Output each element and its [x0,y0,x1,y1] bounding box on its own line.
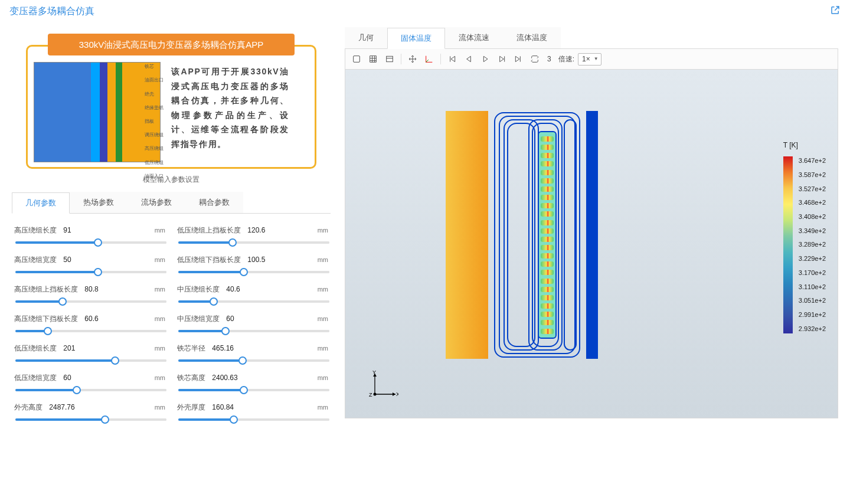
viz-tab[interactable]: 流体流速 [445,27,503,48]
param-slider[interactable] [15,271,166,273]
param: 低压绕组上挡板长度 120.6mm [177,225,328,247]
first-frame-icon[interactable] [446,53,459,66]
viz-tab[interactable]: 几何 [345,27,387,48]
grid-icon[interactable] [367,53,380,66]
param: 高压绕组下挡板长度 60.6mm [14,314,165,335]
param-slider[interactable] [178,241,329,244]
viz-toolbar: 3 倍速: 1× [345,49,838,70]
param: 高压绕组长度 91mm [14,225,165,247]
legend-tick: 3.527e+2 [799,185,826,194]
param: 外壳高度 2487.76mm [14,402,165,424]
move-icon[interactable] [406,53,419,66]
param-name: 低压绕组宽度 [14,374,57,382]
param-value: 120.6 [247,226,265,234]
svg-text:Y: Y [372,371,376,375]
viz-tab[interactable]: 流体温度 [503,27,561,48]
param-name: 中压绕组长度 [177,285,220,293]
last-frame-icon[interactable] [512,53,525,66]
param-value: 160.84 [212,403,234,411]
legend-tick: 3.647e+2 [799,156,826,165]
legend-tick: 3.349e+2 [799,227,826,235]
param-tabs: 几何参数热场参数流场参数耦合参数 [12,192,331,214]
svg-point-6 [374,393,377,396]
param-tab[interactable]: 耦合参数 [185,192,243,213]
play-icon[interactable] [479,53,492,66]
param-name: 高压绕组长度 [14,226,57,234]
param-unit: mm [318,315,328,323]
viz-stage[interactable]: X Y Z T [K] 3.647e+23.587e+23.527e+23.46… [345,70,838,418]
param-slider[interactable] [15,418,166,421]
prev-frame-icon[interactable] [462,53,475,66]
legend-tick: 2.932e+2 [799,325,826,333]
intro-label: 铁芯 [145,63,164,70]
legend-title: T [K] [783,140,826,150]
legend-ticks: 3.647e+23.587e+23.527e+23.468e+23.408e+2… [799,156,826,333]
param-value: 91 [63,226,71,234]
param: 铁芯半径 465.16mm [177,343,328,365]
intro-label: 油面入口 [145,173,164,179]
param-tab[interactable]: 几何参数 [12,192,70,214]
param-tab[interactable]: 流场参数 [128,192,185,213]
param-slider[interactable] [178,330,329,332]
param-slider[interactable] [178,300,329,303]
param-slider[interactable] [15,300,166,303]
param-value: 465.16 [212,344,234,352]
param-slider[interactable] [15,389,166,391]
param: 中压绕组宽度 60mm [177,314,328,335]
param-slider[interactable] [15,241,166,244]
viz-tabs: 几何固体温度流体流速流体温度 [345,27,838,49]
param-name: 外壳厚度 [177,403,205,411]
param: 外壳厚度 160.84mm [177,402,328,424]
param-slider[interactable] [178,359,329,362]
param-unit: mm [155,374,165,382]
intro-title: 330kV油浸式高压电力变压器多场耦合仿真APP [48,34,295,55]
legend-colorbar [783,156,793,333]
svg-rect-1 [387,57,393,62]
viz-tab[interactable]: 固体温度 [387,28,445,49]
param-unit: mm [318,403,328,412]
intro-label: 挡板 [145,118,164,125]
param: 铁芯高度 2400.63mm [177,373,328,394]
svg-text:Z: Z [369,392,372,398]
param-slider[interactable] [178,389,329,391]
legend-tick: 3.229e+2 [799,254,826,263]
speed-label: 倍速: [558,54,574,64]
param: 中压绕组长度 40.6mm [177,284,328,306]
param-name: 外壳高度 [14,403,42,411]
param-value: 50 [63,256,71,264]
param-unit: mm [318,226,328,235]
param-name: 铁芯半径 [177,344,205,352]
param-slider[interactable] [15,330,166,332]
speed-select[interactable]: 1× [578,53,601,66]
param-value: 201 [63,344,75,352]
param-name: 中压绕组宽度 [177,315,220,323]
legend-tick: 3.110e+2 [799,283,826,292]
intro-label: 高压绕组 [145,145,164,152]
param-unit: mm [318,344,328,353]
param-value: 100.5 [247,256,265,264]
frame-number: 3 [547,54,551,64]
model-windings [493,111,581,359]
loop-icon[interactable] [528,53,541,66]
color-legend: T [K] 3.647e+23.587e+23.527e+23.468e+23.… [783,140,826,333]
param-slider[interactable] [15,359,166,362]
svg-rect-0 [354,56,360,63]
param-slider[interactable] [178,418,329,421]
intro-schematic: 铁芯油面出口绝壳绝缘垫纸挡板调压绕组高压绕组低压绕组油面入口 [34,62,161,162]
svg-marker-3 [393,392,395,396]
param-tab[interactable]: 热场参数 [70,192,128,213]
intro-text: 该APP可用于开展330kV油浸式高压电力变压器的多场耦合仿真，并在多种几何、物… [171,64,289,151]
param-unit: mm [155,344,165,353]
param-slider[interactable] [178,271,329,273]
param: 高压绕组宽度 50mm [14,255,165,276]
param-value: 60 [63,374,71,382]
intro-label: 绝缘垫纸 [145,104,164,111]
param-value: 2400.63 [212,374,237,382]
open-external-icon[interactable] [830,5,841,18]
reset-view-icon[interactable] [350,53,363,66]
legend-tick: 3.408e+2 [799,212,826,221]
param-name: 低压绕组下挡板长度 [177,256,241,264]
next-frame-icon[interactable] [495,53,508,66]
axes-icon[interactable] [423,53,436,66]
table-icon[interactable] [383,53,396,66]
